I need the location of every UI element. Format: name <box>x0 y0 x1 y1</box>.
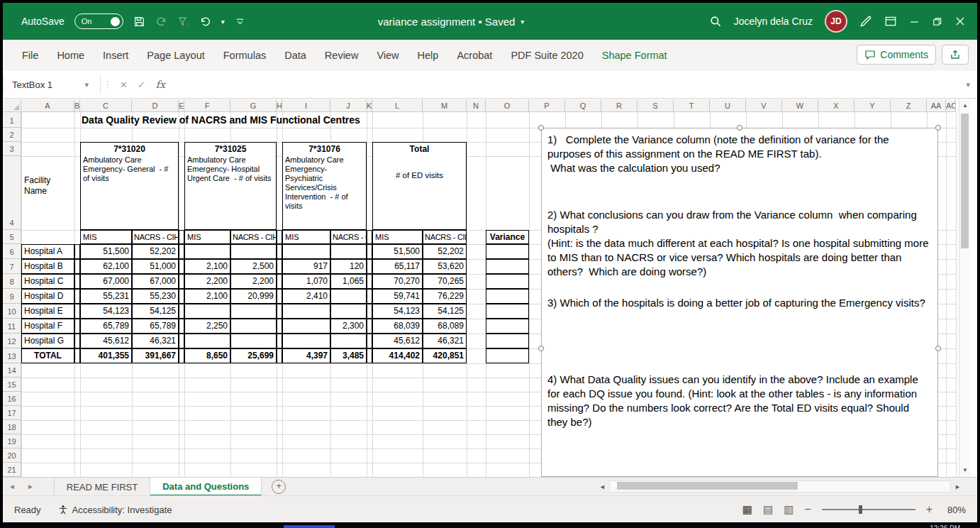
column-header-I[interactable]: I <box>282 99 330 112</box>
save-icon[interactable] <box>133 16 145 28</box>
value-cell[interactable] <box>230 304 277 319</box>
mis-header-cell[interactable]: MIS <box>282 230 330 244</box>
minimize-button[interactable] <box>909 16 920 27</box>
column-header-T[interactable]: T <box>674 99 710 112</box>
value-cell[interactable]: 54,123 <box>80 304 132 319</box>
autosave-toggle[interactable]: On <box>74 13 123 29</box>
column-header-M[interactable]: M <box>423 99 467 112</box>
value-cell[interactable]: 45,612 <box>372 334 423 348</box>
variance-cell[interactable] <box>486 289 529 304</box>
ribbon-tab-data[interactable]: Data <box>275 40 316 71</box>
value-cell[interactable]: 2,100 <box>184 259 230 274</box>
column-header-Q[interactable]: Q <box>565 99 601 112</box>
value-cell[interactable]: 70,270 <box>372 274 423 289</box>
column-header-W[interactable]: W <box>782 99 818 112</box>
column-header-V[interactable]: V <box>746 99 782 112</box>
spacer-cell[interactable] <box>74 334 80 348</box>
value-cell[interactable]: 53,620 <box>423 259 467 274</box>
value-cell[interactable]: 52,202 <box>423 244 467 259</box>
spacer-cell[interactable] <box>367 319 372 334</box>
ribbon-tab-acrobat[interactable]: Acrobat <box>447 40 501 71</box>
value-cell[interactable]: 65,789 <box>80 319 132 334</box>
total-value-cell[interactable]: 391,667 <box>132 348 179 363</box>
name-box-caret-icon[interactable]: ▾ <box>84 80 96 89</box>
spacer-cell[interactable] <box>179 230 184 244</box>
value-cell[interactable]: 52,202 <box>132 244 179 259</box>
nacrs-header-cell[interactable]: NACRS - CIHI <box>230 230 277 244</box>
value-cell[interactable]: 46,321 <box>423 334 467 348</box>
spacer-cell[interactable] <box>277 244 282 259</box>
column-header-O[interactable]: O <box>486 99 529 112</box>
value-cell[interactable]: 54,125 <box>132 304 179 319</box>
facility-cell[interactable]: Hospital G <box>21 334 74 348</box>
formula-input[interactable] <box>171 71 967 98</box>
share-button[interactable] <box>942 45 969 65</box>
column-header-J[interactable]: J <box>330 99 367 112</box>
ribbon-tab-page-layout[interactable]: Page Layout <box>138 40 213 71</box>
selection-handle[interactable] <box>935 125 941 131</box>
value-cell[interactable]: 54,125 <box>423 304 467 319</box>
comments-button[interactable]: Comments <box>857 45 936 65</box>
user-name[interactable]: Jocelyn dela Cruz <box>734 16 813 27</box>
spacer-cell[interactable] <box>367 289 372 304</box>
column-header-F[interactable]: F <box>184 99 230 112</box>
spacer-cell[interactable] <box>367 274 372 289</box>
spacer-cell[interactable] <box>179 259 184 274</box>
value-cell[interactable]: 55,231 <box>80 289 132 304</box>
value-cell[interactable]: 2,250 <box>184 319 230 334</box>
value-cell[interactable] <box>184 304 230 319</box>
spacer-cell[interactable] <box>179 274 184 289</box>
value-cell[interactable]: 2,300 <box>330 319 367 334</box>
facility-cell[interactable]: Hospital E <box>21 304 74 319</box>
value-cell[interactable] <box>330 304 367 319</box>
row-header-5[interactable]: 5 <box>3 230 21 244</box>
spacer-cell[interactable] <box>277 230 282 244</box>
facility-cell[interactable]: Hospital C <box>21 274 74 289</box>
column-header-D[interactable]: D <box>132 99 179 112</box>
value-cell[interactable] <box>282 319 330 334</box>
row-header-7[interactable]: 7 <box>3 259 21 274</box>
nacrs-header-cell[interactable]: NACRS - CIHI <box>423 230 467 244</box>
scroll-down-icon[interactable]: ▼ <box>959 464 971 477</box>
value-cell[interactable] <box>230 319 277 334</box>
spacer-cell[interactable] <box>179 289 184 304</box>
spacer-cell[interactable] <box>74 319 80 334</box>
column-header-P[interactable]: P <box>529 99 565 112</box>
spacer-cell[interactable] <box>74 259 80 274</box>
page-break-view-icon[interactable]: ▥ <box>784 503 794 516</box>
spacer-cell[interactable] <box>277 289 282 304</box>
select-all-corner[interactable] <box>3 99 21 112</box>
total-value-cell[interactable]: 25,699 <box>230 348 277 363</box>
spacer-cell[interactable] <box>367 244 372 259</box>
column-header-S[interactable]: S <box>637 99 674 112</box>
variance-cell[interactable] <box>486 319 529 334</box>
variance-cell[interactable] <box>486 304 529 319</box>
value-cell[interactable] <box>282 304 330 319</box>
row-header-18[interactable]: 18 <box>3 420 21 434</box>
spacer-cell[interactable] <box>277 334 282 348</box>
name-box[interactable]: TextBox 1 ▾ <box>3 75 101 94</box>
quick-access-toolbar-icon[interactable] <box>235 16 245 27</box>
row-header-6[interactable]: 6 <box>3 244 21 259</box>
add-sheet-button[interactable]: + <box>272 480 286 494</box>
value-cell[interactable]: 70,265 <box>423 274 467 289</box>
column-header-R[interactable]: R <box>601 99 637 112</box>
zoom-level[interactable]: 80% <box>943 505 966 515</box>
mis-header-cell[interactable]: MIS <box>80 230 132 244</box>
variance-cell[interactable] <box>486 259 529 274</box>
column-header-Z[interactable]: Z <box>891 99 927 112</box>
variance-cell[interactable] <box>486 334 529 348</box>
ribbon-tab-view[interactable]: View <box>367 40 408 71</box>
spacer-cell[interactable] <box>179 304 184 319</box>
scroll-right-icon[interactable]: ► <box>952 483 963 490</box>
ribbon-tab-file[interactable]: File <box>13 40 48 71</box>
value-cell[interactable]: 55,230 <box>132 289 179 304</box>
row-header-1[interactable]: 1 <box>3 112 21 128</box>
formula-bar-handle[interactable]: ⋮ <box>101 79 115 89</box>
spacer-cell[interactable] <box>179 319 184 334</box>
column-header-K[interactable]: K <box>367 99 372 112</box>
ribbon-display-options-icon[interactable] <box>884 15 897 28</box>
spacer-cell[interactable] <box>277 304 282 319</box>
total-value-cell[interactable]: 8,650 <box>184 348 230 363</box>
close-button[interactable] <box>954 16 966 27</box>
